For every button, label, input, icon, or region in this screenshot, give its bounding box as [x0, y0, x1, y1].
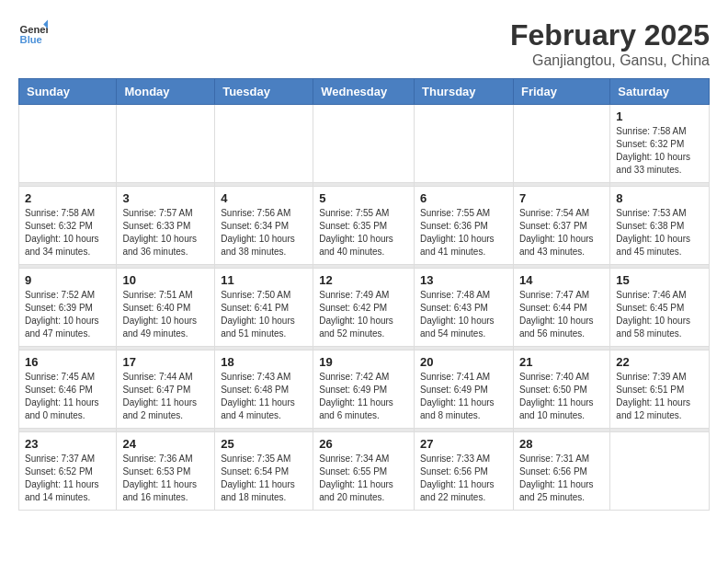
calendar-cell: 10Sunrise: 7:51 AM Sunset: 6:40 PM Dayli… [117, 269, 215, 347]
day-info: Sunrise: 7:52 AM Sunset: 6:39 PM Dayligh… [25, 289, 110, 340]
calendar-subtitle: Ganjiangtou, Gansu, China [510, 52, 710, 69]
calendar-title: February 2025 [510, 18, 710, 52]
calendar-table: Sunday Monday Tuesday Wednesday Thursday… [18, 78, 710, 511]
calendar-cell [313, 105, 415, 183]
day-number: 4 [221, 191, 307, 205]
calendar-cell: 7Sunrise: 7:54 AM Sunset: 6:37 PM Daylig… [513, 187, 609, 265]
header-wednesday: Wednesday [313, 79, 415, 105]
calendar-cell [19, 105, 117, 183]
day-info: Sunrise: 7:58 AM Sunset: 6:32 PM Dayligh… [616, 125, 703, 177]
calendar-cell [513, 105, 609, 183]
header: General Blue February 2025 Ganjiangtou, … [18, 18, 710, 69]
day-number: 13 [420, 273, 507, 287]
day-number: 17 [122, 355, 209, 369]
calendar-cell [415, 105, 514, 183]
day-number: 6 [420, 191, 507, 205]
calendar-cell: 17Sunrise: 7:44 AM Sunset: 6:47 PM Dayli… [117, 350, 215, 429]
day-number: 28 [519, 437, 604, 451]
day-number: 10 [122, 273, 209, 287]
day-info: Sunrise: 7:45 AM Sunset: 6:46 PM Dayligh… [25, 371, 110, 422]
day-info: Sunrise: 7:33 AM Sunset: 6:56 PM Dayligh… [420, 453, 507, 504]
day-number: 15 [616, 273, 703, 287]
calendar-cell: 25Sunrise: 7:35 AM Sunset: 6:54 PM Dayli… [215, 432, 313, 511]
calendar-cell: 5Sunrise: 7:55 AM Sunset: 6:35 PM Daylig… [313, 187, 415, 265]
day-number: 23 [25, 437, 110, 451]
day-info: Sunrise: 7:54 AM Sunset: 6:37 PM Dayligh… [519, 207, 604, 259]
day-number: 5 [319, 191, 408, 205]
day-info: Sunrise: 7:31 AM Sunset: 6:56 PM Dayligh… [519, 453, 604, 504]
day-number: 20 [420, 355, 507, 369]
calendar-cell: 15Sunrise: 7:46 AM Sunset: 6:45 PM Dayli… [610, 269, 710, 347]
day-info: Sunrise: 7:53 AM Sunset: 6:38 PM Dayligh… [616, 207, 703, 259]
calendar-cell: 8Sunrise: 7:53 AM Sunset: 6:38 PM Daylig… [610, 187, 710, 265]
title-section: February 2025 Ganjiangtou, Gansu, China [510, 18, 710, 69]
day-number: 19 [319, 355, 408, 369]
header-saturday: Saturday [610, 79, 710, 105]
day-info: Sunrise: 7:39 AM Sunset: 6:51 PM Dayligh… [616, 371, 703, 422]
calendar-cell [215, 105, 313, 183]
day-number: 7 [519, 191, 604, 205]
week-row-0: 1Sunrise: 7:58 AM Sunset: 6:32 PM Daylig… [19, 105, 710, 183]
day-number: 2 [25, 191, 110, 205]
day-info: Sunrise: 7:36 AM Sunset: 6:53 PM Dayligh… [122, 453, 209, 504]
day-number: 26 [319, 437, 408, 451]
calendar-cell: 11Sunrise: 7:50 AM Sunset: 6:41 PM Dayli… [215, 269, 313, 347]
calendar-cell [117, 105, 215, 183]
day-info: Sunrise: 7:51 AM Sunset: 6:40 PM Dayligh… [122, 289, 209, 340]
week-row-1: 2Sunrise: 7:58 AM Sunset: 6:32 PM Daylig… [19, 187, 710, 265]
calendar-cell: 12Sunrise: 7:49 AM Sunset: 6:42 PM Dayli… [313, 269, 415, 347]
day-info: Sunrise: 7:57 AM Sunset: 6:33 PM Dayligh… [122, 207, 209, 259]
weekday-header-row: Sunday Monday Tuesday Wednesday Thursday… [19, 79, 710, 105]
day-number: 3 [122, 191, 209, 205]
calendar-cell: 24Sunrise: 7:36 AM Sunset: 6:53 PM Dayli… [117, 432, 215, 511]
calendar-cell: 3Sunrise: 7:57 AM Sunset: 6:33 PM Daylig… [117, 187, 215, 265]
week-row-3: 16Sunrise: 7:45 AM Sunset: 6:46 PM Dayli… [19, 350, 710, 429]
calendar-cell: 27Sunrise: 7:33 AM Sunset: 6:56 PM Dayli… [415, 432, 514, 511]
calendar-cell: 4Sunrise: 7:56 AM Sunset: 6:34 PM Daylig… [215, 187, 313, 265]
header-tuesday: Tuesday [215, 79, 313, 105]
day-info: Sunrise: 7:55 AM Sunset: 6:35 PM Dayligh… [319, 207, 408, 259]
header-thursday: Thursday [415, 79, 514, 105]
calendar-cell [610, 432, 710, 511]
calendar-cell: 9Sunrise: 7:52 AM Sunset: 6:39 PM Daylig… [19, 269, 117, 347]
week-row-2: 9Sunrise: 7:52 AM Sunset: 6:39 PM Daylig… [19, 269, 710, 347]
day-number: 9 [25, 273, 110, 287]
day-number: 11 [221, 273, 307, 287]
day-info: Sunrise: 7:47 AM Sunset: 6:44 PM Dayligh… [519, 289, 604, 340]
day-info: Sunrise: 7:48 AM Sunset: 6:43 PM Dayligh… [420, 289, 507, 340]
day-info: Sunrise: 7:49 AM Sunset: 6:42 PM Dayligh… [319, 289, 408, 340]
day-number: 25 [221, 437, 307, 451]
calendar-cell: 13Sunrise: 7:48 AM Sunset: 6:43 PM Dayli… [415, 269, 514, 347]
day-info: Sunrise: 7:43 AM Sunset: 6:48 PM Dayligh… [221, 371, 307, 422]
day-info: Sunrise: 7:35 AM Sunset: 6:54 PM Dayligh… [221, 453, 307, 504]
calendar-cell: 22Sunrise: 7:39 AM Sunset: 6:51 PM Dayli… [610, 350, 710, 429]
day-info: Sunrise: 7:46 AM Sunset: 6:45 PM Dayligh… [616, 289, 703, 340]
day-number: 12 [319, 273, 408, 287]
day-number: 24 [122, 437, 209, 451]
calendar-cell: 2Sunrise: 7:58 AM Sunset: 6:32 PM Daylig… [19, 187, 117, 265]
day-number: 8 [616, 191, 703, 205]
calendar-cell: 6Sunrise: 7:55 AM Sunset: 6:36 PM Daylig… [415, 187, 514, 265]
day-info: Sunrise: 7:40 AM Sunset: 6:50 PM Dayligh… [519, 371, 604, 422]
calendar-cell: 18Sunrise: 7:43 AM Sunset: 6:48 PM Dayli… [215, 350, 313, 429]
day-info: Sunrise: 7:44 AM Sunset: 6:47 PM Dayligh… [122, 371, 209, 422]
day-number: 21 [519, 355, 604, 369]
day-info: Sunrise: 7:56 AM Sunset: 6:34 PM Dayligh… [221, 207, 307, 259]
calendar-cell: 16Sunrise: 7:45 AM Sunset: 6:46 PM Dayli… [19, 350, 117, 429]
header-sunday: Sunday [19, 79, 117, 105]
calendar-cell: 26Sunrise: 7:34 AM Sunset: 6:55 PM Dayli… [313, 432, 415, 511]
calendar-cell: 20Sunrise: 7:41 AM Sunset: 6:49 PM Dayli… [415, 350, 514, 429]
day-info: Sunrise: 7:50 AM Sunset: 6:41 PM Dayligh… [221, 289, 307, 340]
header-friday: Friday [513, 79, 609, 105]
svg-text:Blue: Blue [20, 34, 42, 45]
day-info: Sunrise: 7:34 AM Sunset: 6:55 PM Dayligh… [319, 453, 408, 504]
svg-text:General: General [20, 24, 48, 35]
week-row-4: 23Sunrise: 7:37 AM Sunset: 6:52 PM Dayli… [19, 432, 710, 511]
day-number: 1 [616, 109, 703, 123]
calendar-cell: 23Sunrise: 7:37 AM Sunset: 6:52 PM Dayli… [19, 432, 117, 511]
logo-icon: General Blue [18, 18, 48, 48]
calendar-cell: 28Sunrise: 7:31 AM Sunset: 6:56 PM Dayli… [513, 432, 609, 511]
day-number: 14 [519, 273, 604, 287]
day-number: 27 [420, 437, 507, 451]
day-info: Sunrise: 7:42 AM Sunset: 6:49 PM Dayligh… [319, 371, 408, 422]
